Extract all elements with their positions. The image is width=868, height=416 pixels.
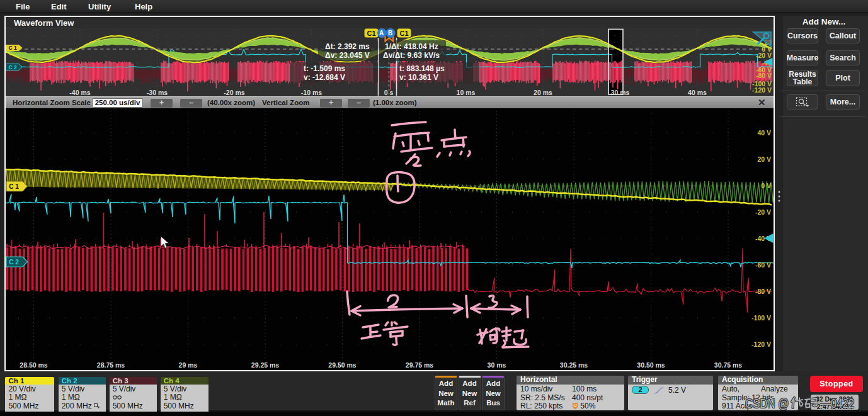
svg-text:30.25 ms: 30.25 ms [560, 361, 588, 369]
svg-text:C1: C1 [367, 30, 375, 37]
svg-text:0 V: 0 V [761, 182, 771, 189]
svg-text:-30 ms: -30 ms [147, 89, 168, 96]
svg-text:-10 ms: -10 ms [301, 89, 322, 96]
svg-text:28.50 ms: 28.50 ms [20, 361, 48, 369]
svg-text:30.75 ms: 30.75 ms [714, 361, 743, 369]
svg-text:v: 10.361 V: v: 10.361 V [399, 73, 438, 82]
svg-text:C 2: C 2 [8, 64, 17, 70]
svg-text:A: A [379, 30, 384, 37]
svg-text:C 1: C 1 [9, 183, 19, 190]
svg-text:Δt: 2.392 ms: Δt: 2.392 ms [325, 42, 370, 51]
svg-text:-60 V: -60 V [755, 261, 771, 269]
svg-text:0 s: 0 s [384, 89, 394, 96]
svg-text:30 ms: 30 ms [488, 361, 506, 369]
svg-text:29.75 ms: 29.75 ms [406, 361, 434, 369]
svg-text:40 ms: 40 ms [688, 89, 707, 96]
svg-text:Δv/Δt: 9.63 kV/s: Δv/Δt: 9.63 kV/s [383, 51, 440, 60]
svg-text:20 ms: 20 ms [534, 89, 552, 96]
svg-text:U: U [573, 403, 576, 408]
svg-text:30.50 ms: 30.50 ms [637, 361, 665, 369]
svg-text:-120 V: -120 V [752, 86, 772, 94]
svg-text:40 V: 40 V [757, 129, 771, 137]
svg-text:30 ms: 30 ms [611, 89, 630, 96]
svg-text:v: -12.684 V: v: -12.684 V [304, 73, 345, 82]
svg-text:t: -1.509 ms: t: -1.509 ms [304, 64, 345, 73]
svg-text:1/Δt: 418.04 Hz: 1/Δt: 418.04 Hz [385, 42, 438, 51]
svg-text:t: 883.148 µs: t: 883.148 µs [399, 64, 445, 73]
svg-text:29 ms: 29 ms [179, 361, 198, 369]
svg-text:20 V: 20 V [757, 155, 771, 163]
svg-text:-80 V: -80 V [755, 288, 771, 295]
svg-text:B: B [388, 30, 392, 37]
svg-text:-20 V: -20 V [755, 208, 771, 216]
svg-text:-20 V: -20 V [756, 52, 772, 59]
svg-text:C1: C1 [399, 30, 408, 37]
svg-text:29.50 ms: 29.50 ms [328, 361, 357, 369]
svg-text:C 1: C 1 [8, 45, 17, 51]
svg-text:-20 ms: -20 ms [224, 89, 244, 96]
svg-text:Δv: 23.045 V: Δv: 23.045 V [325, 51, 370, 60]
svg-text:-100 V: -100 V [751, 314, 771, 322]
svg-text:28.75 ms: 28.75 ms [97, 361, 125, 369]
svg-text:29.25 ms: 29.25 ms [251, 361, 280, 369]
svg-text:10 ms: 10 ms [457, 89, 476, 96]
svg-text:-120 V: -120 V [751, 340, 771, 348]
svg-text:-80 V: -80 V [756, 72, 772, 79]
svg-text:C 2: C 2 [9, 259, 19, 266]
svg-text:-40 ms: -40 ms [69, 89, 90, 96]
